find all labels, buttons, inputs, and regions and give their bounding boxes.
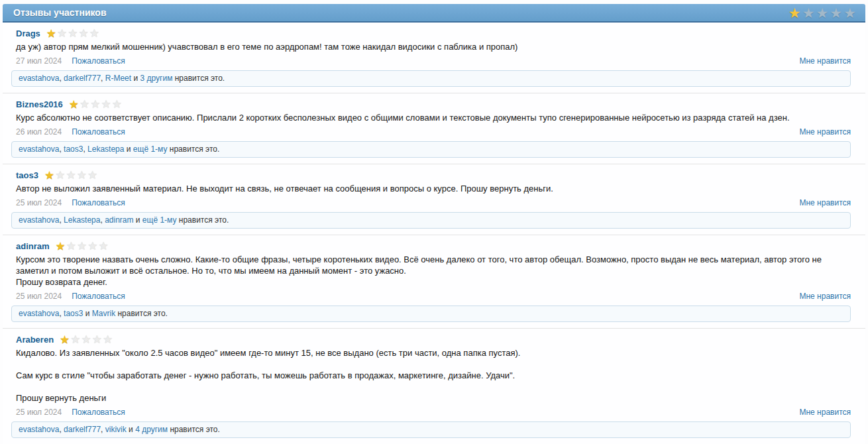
- review-item: Drags ★★★★★ да уж) автор прям мелкий мош…: [3, 23, 865, 93]
- likes-text: нравится это.: [172, 74, 225, 83]
- liker-link[interactable]: evastahova: [19, 74, 59, 83]
- review-rating-stars: ★★★★★: [46, 28, 100, 39]
- review-author-link[interactable]: Drags: [16, 28, 40, 38]
- review-paragraph: Сам курс в стиле "чтобы заработать денег…: [16, 370, 851, 381]
- likes-summary-box: evastahova, taos3, Lekastepa и ещё 1-му …: [11, 141, 851, 158]
- likes-text: ,: [101, 425, 105, 434]
- review-author-link[interactable]: Araberen: [16, 335, 54, 345]
- review-paragraph: Кидалово. Из заявленных "около 2.5 часов…: [16, 347, 851, 359]
- star-empty-icon: ★: [99, 241, 109, 252]
- liker-link[interactable]: Mavrik: [92, 309, 115, 318]
- star-empty-icon: ★: [92, 334, 102, 345]
- likes-text: и: [131, 74, 140, 83]
- report-link[interactable]: Пожаловаться: [72, 56, 125, 66]
- review-author-link[interactable]: taos3: [16, 170, 38, 180]
- review-text: Автор не выложил заявленный материал. Не…: [16, 183, 851, 194]
- liker-link[interactable]: evastahova: [19, 144, 59, 154]
- liker-link[interactable]: Lekastepa: [64, 215, 100, 225]
- review-text: Кидалово. Из заявленных "около 2.5 часов…: [16, 347, 851, 404]
- review-text: Курсом это творение назвать очень сложно…: [16, 254, 851, 288]
- likes-summary-box: evastahova, darkelf777, R-Meet и 3 други…: [11, 70, 851, 87]
- liker-link[interactable]: taos3: [64, 309, 83, 318]
- review-rating-stars: ★★★★★: [69, 99, 123, 110]
- review-meta-row: 26 июл 2024 Пожаловаться Мне нравится: [16, 127, 851, 137]
- report-link[interactable]: Пожаловаться: [72, 292, 125, 301]
- liker-link[interactable]: Lekastepa: [87, 144, 124, 154]
- liker-link[interactable]: darkelf777: [64, 74, 101, 83]
- review-item: adinram ★★★★★ Курсом это творение назват…: [3, 235, 865, 329]
- like-button[interactable]: Мне нравится: [799, 408, 851, 417]
- star-empty-icon: ★: [81, 334, 91, 345]
- star-empty-icon: ★: [66, 241, 76, 252]
- overall-rating-stars: ★★★★★: [787, 6, 856, 20]
- review-header-row: adinram ★★★★★: [16, 239, 851, 252]
- review-author-link[interactable]: adinram: [16, 241, 50, 251]
- liker-link[interactable]: ещё 1-му: [133, 144, 168, 154]
- like-button[interactable]: Мне нравится: [799, 127, 851, 137]
- review-paragraph: Автор не выложил заявленный материал. Не…: [16, 183, 851, 194]
- review-date: 25 июл 2024: [16, 292, 62, 301]
- like-button[interactable]: Мне нравится: [799, 56, 851, 66]
- star-filled-icon: ★: [56, 241, 66, 252]
- star-empty-icon: ★: [101, 99, 111, 110]
- liker-link[interactable]: ещё 1-му: [142, 215, 177, 225]
- star-filled-icon: ★: [60, 334, 70, 345]
- reviews-list: Drags ★★★★★ да уж) автор прям мелкий мош…: [3, 23, 865, 444]
- member-reviews-widget: Отзывы участников ★★★★★ Drags ★★★★★ да у…: [3, 4, 865, 444]
- likes-text: и: [127, 425, 135, 434]
- star-filled-icon: ★: [46, 28, 56, 39]
- liker-link[interactable]: evastahova: [19, 425, 59, 434]
- star-empty-icon: ★: [68, 28, 78, 39]
- review-text: да уж) автор прям мелкий мошенник) учавс…: [16, 41, 851, 52]
- liker-link[interactable]: 4 другим: [135, 425, 168, 434]
- liker-link[interactable]: taos3: [64, 144, 83, 154]
- likes-text: нравится это.: [176, 215, 229, 225]
- review-item: Araberen ★★★★★ Кидалово. Из заявленных "…: [3, 329, 865, 444]
- review-paragraph: [16, 381, 851, 392]
- reviews-header-bar: Отзывы участников ★★★★★: [3, 4, 865, 23]
- star-filled-icon: ★: [788, 6, 801, 20]
- review-meta-row: 25 июл 2024 Пожаловаться Мне нравится: [16, 408, 851, 417]
- like-button[interactable]: Мне нравится: [799, 292, 851, 301]
- star-empty-icon: ★: [87, 170, 97, 181]
- star-empty-icon: ★: [830, 6, 842, 20]
- review-header-row: taos3 ★★★★★: [16, 168, 851, 182]
- report-link[interactable]: Пожаловаться: [72, 408, 125, 417]
- like-button[interactable]: Мне нравится: [799, 198, 851, 207]
- star-empty-icon: ★: [802, 6, 815, 20]
- review-header-row: Araberen ★★★★★: [16, 333, 851, 346]
- review-rating-stars: ★★★★★: [44, 170, 98, 181]
- review-rating-stars: ★★★★★: [56, 241, 109, 252]
- review-paragraph: Прошу возврата денег.: [16, 276, 851, 288]
- star-empty-icon: ★: [79, 28, 89, 39]
- star-empty-icon: ★: [90, 99, 100, 110]
- likes-text: и: [124, 144, 133, 154]
- review-author-link[interactable]: Biznes2016: [16, 99, 63, 109]
- likes-summary-box: evastahova, taos3 и Mavrik нравится это.: [11, 305, 851, 322]
- liker-link[interactable]: adinram: [105, 215, 133, 225]
- star-empty-icon: ★: [77, 241, 87, 252]
- liker-link[interactable]: vikivik: [105, 425, 127, 434]
- star-empty-icon: ★: [66, 170, 76, 181]
- star-empty-icon: ★: [843, 6, 856, 20]
- liker-link[interactable]: evastahova: [19, 309, 59, 318]
- liker-link[interactable]: evastahova: [19, 215, 59, 225]
- review-paragraph: Курс абсолютно не соответствует описанию…: [16, 112, 851, 123]
- review-paragraph: да уж) автор прям мелкий мошенник) учавс…: [16, 41, 851, 52]
- liker-link[interactable]: 3 другим: [140, 74, 173, 83]
- likes-text: нравится это.: [167, 144, 219, 154]
- report-link[interactable]: Пожаловаться: [72, 127, 125, 137]
- review-paragraph: Прошу вернуть деньги: [16, 392, 851, 404]
- star-empty-icon: ★: [77, 170, 87, 181]
- likes-text: нравится это.: [115, 309, 168, 318]
- review-date: 25 июл 2024: [16, 408, 62, 417]
- likes-text: и: [133, 215, 142, 225]
- report-link[interactable]: Пожаловаться: [72, 198, 125, 207]
- liker-link[interactable]: darkelf777: [64, 425, 101, 434]
- liker-link[interactable]: R-Meet: [105, 74, 131, 83]
- likes-summary-box: evastahova, Lekastepa, adinram и ещё 1-м…: [11, 212, 851, 229]
- likes-text: ,: [101, 74, 105, 83]
- star-empty-icon: ★: [87, 241, 97, 252]
- star-empty-icon: ★: [57, 28, 67, 39]
- star-empty-icon: ★: [89, 28, 99, 39]
